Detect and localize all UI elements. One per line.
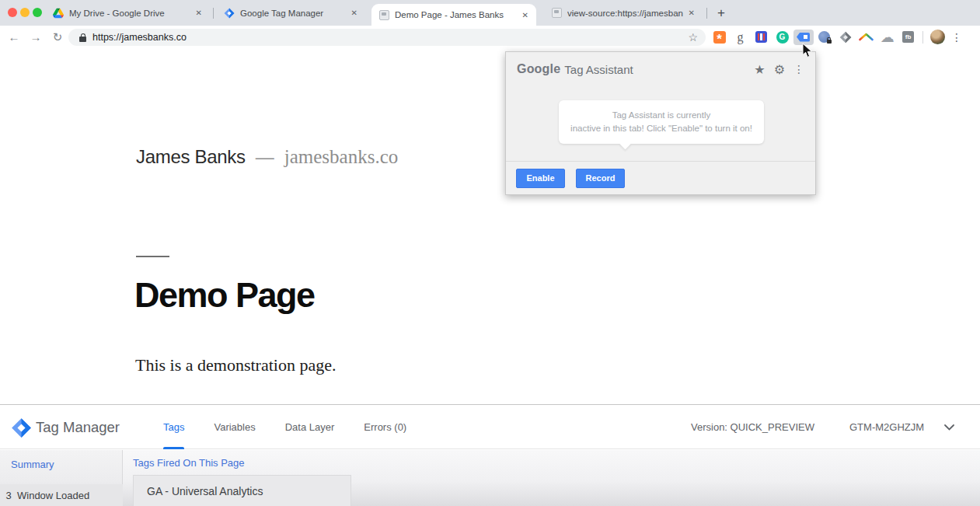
- gtm-tab-variables[interactable]: Variables: [214, 406, 255, 449]
- google-logo-text: Google: [517, 62, 560, 76]
- gtm-icon: [224, 8, 235, 19]
- reload-icon[interactable]: ↻: [47, 30, 68, 44]
- mouse-cursor: [802, 43, 813, 58]
- url-text[interactable]: https://jamesbanks.co: [92, 32, 187, 43]
- rainbow-caret-extension-icon[interactable]: [856, 26, 877, 48]
- gtm-tab-data-layer[interactable]: Data Layer: [285, 406, 335, 449]
- tab-label: view-source:https://jamesbank: [567, 9, 683, 18]
- gtm-panel-body: Summary 3 Window Loaded Tags Fired On Th…: [0, 450, 980, 506]
- gtm-logo-icon: [11, 417, 32, 438]
- enable-button[interactable]: Enable: [516, 169, 565, 188]
- new-tab-button[interactable]: +: [711, 3, 731, 23]
- google-drive-icon: [53, 8, 64, 19]
- tab-close-icon[interactable]: ✕: [351, 9, 357, 17]
- popup-menu-icon[interactable]: ⋮: [793, 63, 804, 75]
- event-index: 3: [0, 490, 17, 501]
- address-bar[interactable]: https://jamesbanks.co ☆: [68, 29, 706, 46]
- browser-toolbar: ← → ↻ https://jamesbanks.co ☆ * g G: [0, 26, 980, 48]
- chrome-menu-icon[interactable]: ⋮: [948, 31, 965, 44]
- status-message-line2: inactive in this tab! Click "Enable" to …: [570, 122, 752, 135]
- tab-strip: My Drive - Google Drive ✕ Google Tag Man…: [0, 0, 980, 26]
- gtm-tabs: Tags Variables Data Layer Errors (0): [163, 406, 406, 449]
- forward-icon[interactable]: →: [25, 30, 47, 44]
- status-message-bubble: Tag Assistant is currently inactive in t…: [559, 100, 764, 144]
- tag-card-label: GA - Universal Analytics: [147, 485, 263, 497]
- gtm-container-id: GTM-M2GHZJM: [849, 406, 924, 449]
- https-lock-icon[interactable]: [79, 33, 86, 42]
- page-favicon-icon: [379, 10, 389, 20]
- site-separator: —: [256, 146, 274, 168]
- blue-stripes-extension-icon[interactable]: [751, 26, 772, 48]
- event-label: Window Loaded: [17, 490, 89, 501]
- tab-google-tag-manager[interactable]: Google Tag Manager ✕: [216, 0, 365, 26]
- gtm-brand-text: Tag Manager: [36, 419, 120, 436]
- settings-gear-icon[interactable]: ⚙: [774, 62, 785, 77]
- minimize-window-button[interactable]: [20, 8, 30, 17]
- gtm-panel-header: Tag Manager Tags Variables Data Layer Er…: [0, 406, 980, 449]
- gtm-debug-panel: Tag Manager Tags Variables Data Layer Er…: [0, 404, 980, 506]
- fullscreen-window-button[interactable]: [33, 8, 42, 17]
- tab-close-icon[interactable]: ✕: [522, 11, 528, 19]
- page-title: Demo Page: [134, 275, 315, 316]
- g-extension-icon[interactable]: g: [730, 26, 751, 48]
- status-message-line1: Tag Assistant is currently: [612, 109, 711, 122]
- page-paragraph: This is a demonstration page.: [135, 355, 336, 375]
- tab-demo-page-active[interactable]: Demo Page - James Banks ✕: [371, 4, 536, 26]
- facebook-pixel-extension-icon[interactable]: fb: [898, 26, 919, 48]
- hubspot-extension-icon[interactable]: *: [709, 26, 730, 48]
- tab-separator: [706, 8, 707, 19]
- gtm-tab-errors[interactable]: Errors (0): [364, 406, 406, 449]
- site-domain[interactable]: jamesbanks.co: [284, 146, 398, 168]
- rate-star-icon[interactable]: ★: [754, 62, 765, 77]
- gtm-version-label: Version: QUICK_PREVIEW: [691, 406, 814, 449]
- drive-cloud-extension-icon[interactable]: ☁: [877, 26, 898, 48]
- extensions-row: * g G: [709, 26, 965, 48]
- gtm-tab-tags[interactable]: Tags: [163, 406, 184, 449]
- tag-assistant-popup: Google Tag Assistant ★ ⚙ ⋮ Tag Assistant…: [505, 51, 816, 195]
- sidebar-event-window-loaded[interactable]: 3 Window Loaded: [0, 484, 123, 506]
- site-name[interactable]: James Banks: [136, 146, 246, 168]
- tag-assistant-title: Tag Assistant: [564, 63, 633, 76]
- tag-assistant-footer: Enable Record: [506, 161, 815, 194]
- close-window-button[interactable]: [8, 8, 17, 17]
- tab-label: My Drive - Google Drive: [69, 9, 190, 18]
- tab-separator: [213, 8, 214, 19]
- toolbar-divider: [922, 31, 923, 44]
- site-header: James Banks — jamesbanks.co: [136, 146, 398, 168]
- record-button[interactable]: Record: [576, 169, 625, 188]
- tag-card-ga-universal-analytics[interactable]: GA - Universal Analytics: [133, 475, 351, 506]
- analytics-lock-extension-icon[interactable]: [814, 26, 835, 48]
- back-icon[interactable]: ←: [3, 30, 25, 44]
- chevron-down-icon[interactable]: [944, 424, 954, 431]
- tags-fired-section-title: Tags Fired On This Page: [133, 457, 245, 469]
- web-page-content: James Banks — jamesbanks.co Demo Page Th…: [0, 48, 980, 404]
- sidebar-item-summary[interactable]: Summary: [11, 459, 54, 470]
- tab-label: Demo Page - James Banks: [395, 10, 517, 19]
- browser-window: My Drive - Google Drive ✕ Google Tag Man…: [0, 0, 980, 506]
- tab-view-source[interactable]: view-source:https://jamesbank ✕: [544, 0, 703, 26]
- tab-close-icon[interactable]: ✕: [689, 9, 695, 17]
- page-favicon-icon: [552, 8, 562, 18]
- profile-avatar[interactable]: [927, 26, 948, 48]
- bookmark-star-icon[interactable]: ☆: [688, 31, 698, 44]
- tab-label: Google Tag Manager: [240, 9, 346, 18]
- heading-rule: [136, 256, 169, 257]
- gtm-sidebar: Summary 3 Window Loaded: [0, 450, 123, 506]
- gtm-gray-extension-icon[interactable]: [835, 26, 856, 48]
- grammarly-extension-icon[interactable]: G: [772, 26, 793, 48]
- tab-my-drive[interactable]: My Drive - Google Drive ✕: [45, 0, 210, 26]
- tab-close-icon[interactable]: ✕: [196, 9, 202, 17]
- tag-assistant-header: Google Tag Assistant ★ ⚙ ⋮: [506, 52, 815, 86]
